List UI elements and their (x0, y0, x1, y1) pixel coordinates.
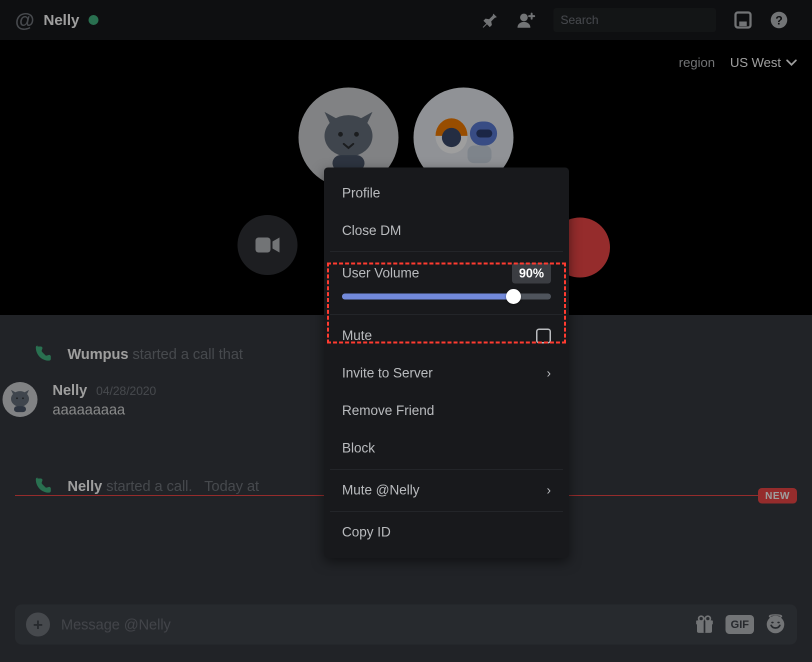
svg-text:?: ? (776, 14, 783, 27)
message-date: 04/28/2020 (96, 384, 156, 398)
add-friend-button[interactable] (518, 11, 536, 29)
gift-icon (694, 614, 714, 634)
attach-button[interactable]: + (26, 612, 50, 636)
menu-separator (330, 314, 563, 315)
volume-slider[interactable] (342, 294, 551, 300)
call-user: Nelly (68, 478, 102, 494)
call-rest: started a call. (106, 478, 192, 494)
video-button[interactable] (238, 215, 298, 275)
region-value: US West (730, 55, 781, 70)
svg-point-27 (699, 616, 704, 621)
menu-profile[interactable]: Profile (324, 174, 569, 212)
menu-mute[interactable]: Mute (324, 317, 569, 354)
call-rest: started a call that (132, 346, 243, 362)
message-username[interactable]: Nelly (52, 382, 87, 398)
mute-checkbox[interactable] (536, 328, 551, 344)
phone-icon (32, 344, 52, 364)
svg-rect-11 (256, 238, 270, 252)
svg-rect-26 (704, 620, 706, 633)
svg-rect-16 (740, 22, 747, 26)
menu-separator (330, 252, 563, 252)
inbox-button[interactable] (734, 11, 752, 29)
cat-avatar-icon (308, 98, 388, 178)
cat-avatar-icon (5, 384, 35, 414)
menu-invite-server[interactable]: Invite to Server › (324, 354, 569, 392)
svg-point-12 (520, 14, 528, 21)
call-event-text: Wumpus started a call that (68, 346, 243, 362)
phone-icon (32, 476, 52, 496)
message-input[interactable] (61, 616, 684, 633)
volume-label: User Volume (342, 266, 420, 281)
call-event-text: Nelly started a call. Today at (68, 478, 259, 494)
user-context-menu: Profile Close DM User Volume 90% Mute In… (324, 168, 569, 558)
dm-title: Nelly (44, 12, 80, 28)
chevron-down-icon (786, 60, 797, 66)
gif-button[interactable]: GIF (726, 615, 754, 634)
emoji-icon (765, 614, 786, 635)
volume-slider-thumb[interactable] (506, 289, 521, 304)
menu-user-volume: User Volume 90% (324, 254, 569, 312)
svg-point-22 (22, 398, 24, 400)
svg-point-2 (338, 132, 343, 137)
compose-bar: + GIF (15, 604, 797, 644)
menu-mute-user[interactable]: Mute @Nelly › (324, 472, 569, 509)
search-box[interactable] (554, 8, 716, 32)
message-avatar[interactable] (2, 382, 38, 417)
menu-block[interactable]: Block (324, 430, 569, 467)
status-online-icon (88, 15, 98, 25)
volume-value: 90% (512, 263, 551, 284)
message-content: aaaaaaaaa (52, 402, 156, 418)
svg-point-3 (354, 132, 359, 137)
gift-button[interactable] (694, 614, 714, 634)
emoji-button[interactable] (765, 614, 786, 635)
gif-label: GIF (726, 615, 754, 634)
svg-rect-23 (14, 406, 26, 412)
inbox-icon (734, 10, 752, 30)
svg-point-29 (767, 616, 784, 634)
menu-copy-id[interactable]: Copy ID (324, 514, 569, 551)
svg-point-7 (442, 128, 461, 147)
menu-separator (330, 511, 563, 512)
at-icon: @ (15, 9, 34, 32)
region-selector[interactable]: US West (730, 55, 797, 70)
svg-point-21 (16, 398, 18, 400)
call-user: Wumpus (68, 346, 128, 362)
help-icon: ? (770, 10, 788, 30)
help-button[interactable]: ? (770, 11, 788, 29)
add-friend-icon (518, 12, 536, 28)
region-label: region (679, 55, 715, 70)
pin-button[interactable] (482, 11, 500, 29)
chevron-right-icon: › (546, 366, 551, 381)
svg-point-28 (706, 616, 710, 621)
pin-icon (482, 12, 499, 28)
menu-remove-friend[interactable]: Remove Friend (324, 392, 569, 430)
svg-rect-9 (476, 130, 492, 138)
volume-slider-fill (342, 294, 514, 300)
new-badge: NEW (758, 488, 797, 504)
call-time: Today at (204, 478, 260, 494)
region-row: region US West (679, 55, 797, 70)
video-icon (256, 236, 280, 254)
robot-avatar-icon (424, 98, 504, 178)
chevron-right-icon: › (546, 482, 551, 498)
search-input[interactable] (560, 13, 710, 27)
svg-rect-10 (468, 146, 492, 163)
menu-close-dm[interactable]: Close DM (324, 212, 569, 250)
header-bar: @ Nelly ? (0, 0, 812, 40)
menu-separator (330, 469, 563, 470)
